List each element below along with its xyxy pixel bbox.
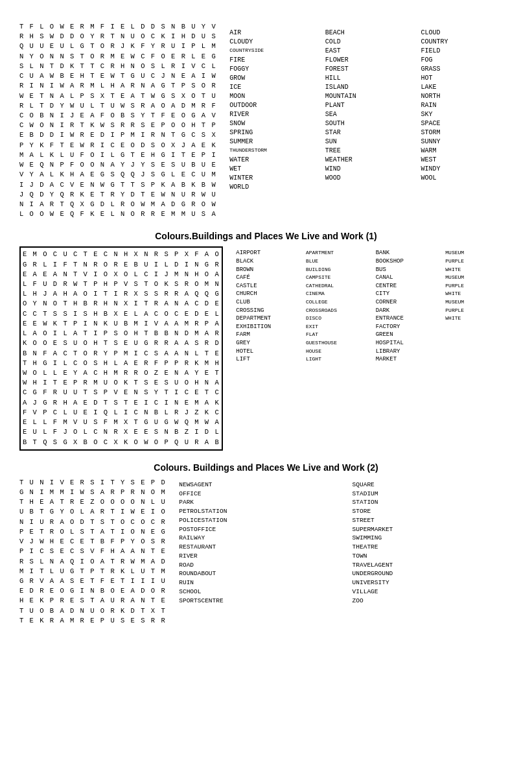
word-item: SPORTSCENTRE — [179, 597, 339, 606]
word-item: RUIN — [179, 578, 339, 587]
word-item: RAIN — [421, 101, 513, 110]
word-item: CLOUDY — [229, 38, 321, 47]
word-item: CASTLE — [236, 282, 303, 290]
word-item: AIRPORT — [236, 249, 303, 257]
word-item: LIBRARY — [376, 348, 443, 356]
word-item: MOON — [229, 92, 321, 101]
word-item: DARK — [376, 307, 443, 315]
word-item: BROWN — [236, 266, 303, 274]
word-item: ICE — [229, 83, 321, 92]
word-item: RIVER — [179, 552, 339, 561]
word-item: MOUNTAIN — [325, 92, 417, 101]
word-item: WET — [229, 165, 321, 174]
word-item: EXIT — [306, 323, 373, 331]
word-item: CAMPSITE — [306, 274, 373, 282]
word-item: SPACE — [421, 119, 513, 128]
word-item: VILLAGE — [353, 587, 513, 597]
word-item: FOGGY — [229, 65, 321, 74]
word-item: SPRING — [229, 128, 321, 137]
word-item: COLD — [325, 38, 417, 47]
word-item: BANK — [376, 249, 443, 257]
word-item: ENTRANCE — [376, 314, 443, 323]
word-item: FACTORY — [376, 323, 443, 331]
word-item: COUNTRYSIDE — [229, 47, 321, 56]
word-item: FLAT — [306, 331, 373, 339]
word-item: GREY — [236, 339, 303, 348]
word-item: GUESTHOUSE — [306, 339, 373, 348]
word-item: CLUB — [236, 298, 303, 307]
word-item: TOWN — [353, 552, 513, 561]
word-item: ROUNDABOUT — [179, 569, 339, 578]
word-item: POSTOFFICE — [179, 525, 339, 534]
word-item: PURPLE — [445, 282, 513, 290]
word-item: SNOW — [229, 119, 321, 128]
word-item: SUMMER — [229, 137, 321, 147]
word-item: SCHOOL — [179, 587, 339, 597]
word-item: RIVER — [229, 110, 321, 119]
word-item: RAILWAY — [179, 534, 339, 543]
word-item: HOSPITAL — [376, 339, 443, 348]
word-item: UNIVERSITY — [353, 578, 513, 587]
word-item: WINTER — [229, 174, 321, 183]
word-item: SUPERMARKET — [353, 525, 513, 534]
word-item: LAKE — [421, 83, 513, 92]
word-item — [445, 339, 513, 348]
word-item: GRASS — [421, 65, 513, 74]
word-item: BLACK — [236, 257, 303, 266]
word-item: LIFT — [236, 355, 303, 364]
word-item: STADIUM — [353, 490, 513, 499]
word-item: SWIMMING — [353, 534, 513, 543]
word-item: UNDERGROUND — [353, 569, 513, 578]
word-item: MUSEUM — [445, 298, 513, 307]
word-list-3: NEWSAGENTSQUAREOFFICESTADIUMPARKSTATIONP… — [179, 480, 513, 606]
word-item: CORNER — [376, 298, 443, 307]
word-item: SUN — [325, 137, 417, 147]
section-title-2: Colours.Buildings and Places We Live and… — [19, 231, 513, 241]
word-item: FARM — [236, 331, 303, 339]
word-item: BUILDING — [306, 266, 373, 274]
word-item: FLOWER — [325, 56, 417, 65]
word-item — [445, 323, 513, 331]
word-item: DISCO — [306, 314, 373, 323]
word-item: STAR — [325, 128, 417, 137]
word-item: COLLEGE — [306, 298, 373, 307]
word-item: EXHIBITION — [236, 323, 303, 331]
word-grid-2: E M O C U C T E C N H X N R S P X F A O … — [19, 246, 223, 450]
word-item: HOTEL — [236, 348, 303, 356]
word-item — [445, 355, 513, 364]
word-item: WATER — [229, 156, 321, 165]
word-item: SOUTH — [325, 119, 417, 128]
word-item: SEA — [325, 110, 417, 119]
word-item: TREE — [325, 147, 417, 156]
word-item: STATION — [353, 498, 513, 507]
word-item: WHITE — [445, 266, 513, 274]
word-item: PURPLE — [445, 307, 513, 315]
word-list-1: AIRBEACHCLOUDCLOUDYCOLDCOUNTRYCOUNTRYSID… — [229, 29, 513, 192]
word-item: MUSEUM — [445, 249, 513, 257]
word-item: WEATHER — [325, 156, 417, 165]
word-item: AIR — [229, 29, 321, 38]
word-item: NORTH — [421, 92, 513, 101]
word-item: SQUARE — [353, 480, 513, 490]
word-item: WIND — [325, 165, 417, 174]
word-item: MARKET — [376, 355, 443, 364]
word-item: WOOL — [421, 174, 513, 183]
word-list-2: AIRPORTAPARTMENTBANKMUSEUMBLACKBLUEBOOKS… — [236, 249, 513, 363]
word-item: FIELD — [421, 47, 513, 56]
word-item: CROSSROADS — [306, 307, 373, 315]
word-item: LIGHT — [306, 355, 373, 364]
word-item: STORM — [421, 128, 513, 137]
word-item: ROAD — [179, 561, 339, 570]
word-item: OUTDOOR — [229, 101, 321, 110]
word-item: MUSEUM — [445, 274, 513, 282]
word-item: RESTAURANT — [179, 543, 339, 552]
word-item: BOOKSHOP — [376, 257, 443, 266]
word-item: ZOO — [353, 597, 513, 606]
word-item: OFFICE — [179, 490, 339, 499]
word-item: CANAL — [376, 274, 443, 282]
word-item: CATHEDRAL — [306, 282, 373, 290]
word-item: PURPLE — [445, 257, 513, 266]
word-item: HOT — [421, 74, 513, 83]
word-item: WOOD — [325, 174, 417, 183]
word-item: CLOUD — [421, 29, 513, 38]
